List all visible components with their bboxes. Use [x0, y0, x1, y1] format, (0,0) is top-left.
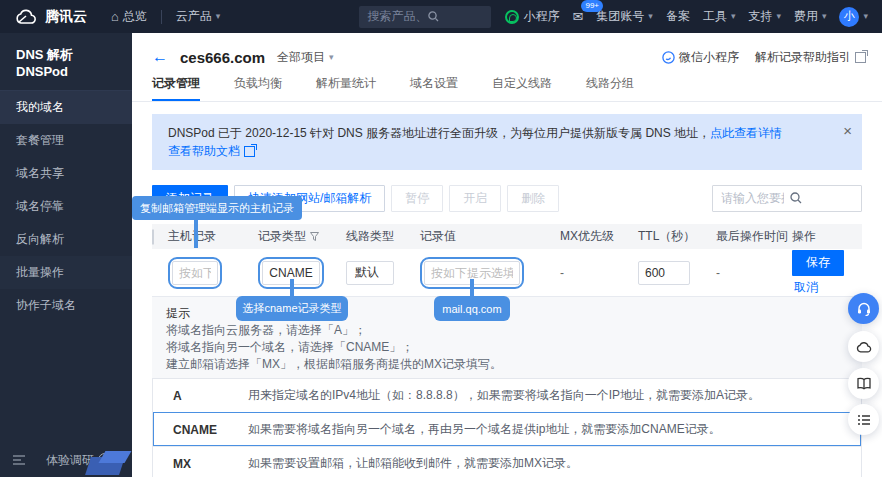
annotation-connector-value — [470, 279, 474, 296]
cloud-assistant-fab[interactable] — [848, 331, 879, 362]
nav-group-account[interactable]: 集团账号▾ — [596, 8, 653, 25]
col-header-type: 记录类型 — [258, 228, 346, 245]
nav-tools[interactable]: 工具▾ — [703, 8, 736, 25]
customer-service-fab[interactable] — [848, 293, 879, 324]
sidebar-item-my-domains[interactable]: 我的域名 — [0, 91, 132, 124]
chevron-down-icon: ▾ — [863, 12, 868, 21]
nav-billing[interactable]: 费用▾ — [794, 8, 827, 25]
record-type-table: A 用来指定域名的IPv4地址（如：8.8.8.8），如果需要将域名指向一个IP… — [152, 378, 862, 477]
record-help-guide-link[interactable]: 解析记录帮助指引 — [755, 49, 866, 66]
type-row-mx[interactable]: MX 如果需要设置邮箱，让邮箱能收到邮件，就需要添加MX记录。 — [153, 447, 861, 477]
enable-button[interactable]: 开启 — [449, 185, 501, 212]
line-type-select[interactable]: 默认 — [346, 261, 394, 285]
home-icon: ⌂ — [111, 9, 119, 24]
sidebar-footer: 体验调研 › — [0, 443, 132, 477]
type-row-cname[interactable]: CNAME 如果需要将域名指向另一个域名，再由另一个域名提供ip地址，就需要添加… — [153, 413, 861, 447]
back-arrow-icon[interactable]: ← — [152, 49, 168, 65]
page-title-domain: ces666.com — [180, 49, 265, 66]
filter-funnel-icon[interactable] — [310, 232, 319, 241]
main-content: ← ces666.com 全部项目▾ 微信小程序 解析记录帮助指引 记录管理 负… — [132, 33, 882, 477]
host-input-highlight — [168, 257, 222, 289]
tab-resolution-stats[interactable]: 解析量统计 — [316, 75, 376, 101]
wechat-miniprogram-link[interactable]: 微信小程序 — [662, 49, 739, 66]
collapse-sidebar-icon[interactable] — [12, 454, 26, 466]
col-header-host: 主机记录 — [168, 228, 258, 245]
host-record-input[interactable] — [172, 261, 218, 285]
topbar: 腾讯云 ⌂ 总览 云产品▾ 搜索产品、文档... 小程序 ✉ 99+ 集团账号▾… — [0, 0, 882, 33]
project-filter-dropdown[interactable]: 全部项目▾ — [277, 49, 334, 66]
nav-cloud-products[interactable]: 云产品▾ — [176, 8, 221, 25]
sidebar-item-plan-management[interactable]: 套餐管理 — [0, 124, 132, 157]
mail-icon: ✉ — [572, 9, 583, 24]
documentation-fab[interactable] — [848, 368, 879, 399]
record-edit-row: 默认 - - 保存 取消 — [152, 249, 862, 297]
sidebar-item-domain-sharing[interactable]: 域名共享 — [0, 157, 132, 190]
headset-icon — [856, 301, 872, 317]
nav-miniprogram[interactable]: 小程序 — [505, 8, 559, 25]
annotation-connector-host — [194, 220, 198, 248]
type-row-a[interactable]: A 用来指定域名的IPv4地址（如：8.8.8.8），如果需要将域名指向一个IP… — [153, 379, 861, 413]
nav-icp[interactable]: 备案 — [666, 8, 690, 25]
delete-button[interactable]: 删除 — [507, 185, 559, 212]
tab-custom-lines[interactable]: 自定义线路 — [492, 75, 552, 101]
external-link-icon — [244, 146, 255, 157]
external-link-icon — [855, 52, 866, 63]
search-icon — [428, 11, 483, 22]
divider — [161, 10, 162, 24]
nav-overview[interactable]: ⌂ 总览 — [111, 8, 147, 25]
tab-line-groups[interactable]: 线路分组 — [586, 75, 634, 101]
chevron-down-icon: ▾ — [731, 12, 736, 21]
col-header-operation: 操作 — [792, 228, 862, 245]
sidebar: DNS 解析 DNSPod 我的域名 套餐管理 域名共享 域名停靠 反向解析 批… — [0, 33, 132, 477]
sidebar-item-batch-operations[interactable]: 批量操作 — [0, 256, 132, 289]
annotation-connector-type — [290, 279, 294, 296]
brand[interactable]: 腾讯云 — [12, 8, 87, 26]
feedback-list-fab[interactable] — [848, 404, 879, 435]
nav-support[interactable]: 支持▾ — [748, 8, 781, 25]
tencent-cloud-dnspod-console: { "topbar": { "brand": "腾讯云", "overview"… — [0, 0, 882, 477]
record-grid: 主机记录 记录类型 线路类型 记录值 MX优先级 TTL（秒） 最后操作时间 操… — [152, 224, 862, 297]
chevron-down-icon: ▾ — [648, 12, 653, 21]
search-icon — [790, 192, 853, 204]
col-header-ttl: TTL（秒） — [638, 228, 716, 245]
cloud-icon — [855, 340, 872, 354]
brand-name: 腾讯云 — [45, 8, 87, 26]
decorative-box-graphic — [82, 449, 134, 477]
mx-priority-value: - — [560, 266, 638, 280]
cancel-link[interactable]: 取消 — [792, 279, 818, 296]
miniprogram-icon — [505, 10, 519, 24]
col-header-last-op-time: 最后操作时间 — [716, 228, 792, 245]
tab-record-management[interactable]: 记录管理 — [152, 75, 200, 101]
page-header: ← ces666.com 全部项目▾ 微信小程序 解析记录帮助指引 — [132, 33, 882, 72]
nav-messages[interactable]: ✉ 99+ — [572, 9, 583, 24]
sidebar-title: DNS 解析 DNSPod — [0, 33, 132, 91]
help-panel: 提示 将域名指向云服务器，请选择「A」； 将域名指向另一个域名，请选择「CNAM… — [152, 297, 862, 477]
close-icon[interactable]: × — [843, 122, 852, 140]
col-header-value: 记录值 — [420, 228, 560, 245]
topbar-search-input[interactable]: 搜索产品、文档... — [359, 6, 491, 28]
sidebar-item-reverse-resolution[interactable]: 反向解析 — [0, 223, 132, 256]
banner-doc-link[interactable]: 查看帮助文档 — [168, 142, 240, 160]
chevron-down-icon: ▾ — [822, 12, 827, 21]
chevron-down-icon: ▾ — [329, 53, 334, 62]
record-search-input[interactable]: 请输入您要搜索的记录 — [712, 185, 862, 212]
col-header-mx: MX优先级 — [560, 228, 638, 245]
ttl-input[interactable] — [638, 261, 690, 285]
tab-load-balancing[interactable]: 负载均衡 — [234, 75, 282, 101]
sidebar-item-domain-parking[interactable]: 域名停靠 — [0, 190, 132, 223]
wechat-miniprogram-icon — [662, 51, 675, 64]
tencent-cloud-logo-icon — [12, 9, 38, 25]
select-all-checkbox[interactable] — [152, 229, 154, 245]
account-menu[interactable]: 小 ▾ — [839, 7, 868, 27]
last-op-time-value: - — [716, 266, 792, 280]
save-button[interactable]: 保存 — [792, 250, 844, 276]
banner-detail-link[interactable]: 点此查看详情 — [710, 126, 782, 140]
book-icon — [856, 377, 872, 390]
pause-button[interactable]: 暂停 — [391, 185, 443, 212]
tab-domain-settings[interactable]: 域名设置 — [410, 75, 458, 101]
message-count-badge: 99+ — [581, 0, 603, 12]
avatar: 小 — [839, 7, 859, 27]
annotation-tooltip-type: 选择cname记录类型 — [236, 296, 348, 321]
sidebar-item-collaborative-subdomains[interactable]: 协作子域名 — [0, 289, 132, 322]
list-icon — [857, 414, 871, 426]
